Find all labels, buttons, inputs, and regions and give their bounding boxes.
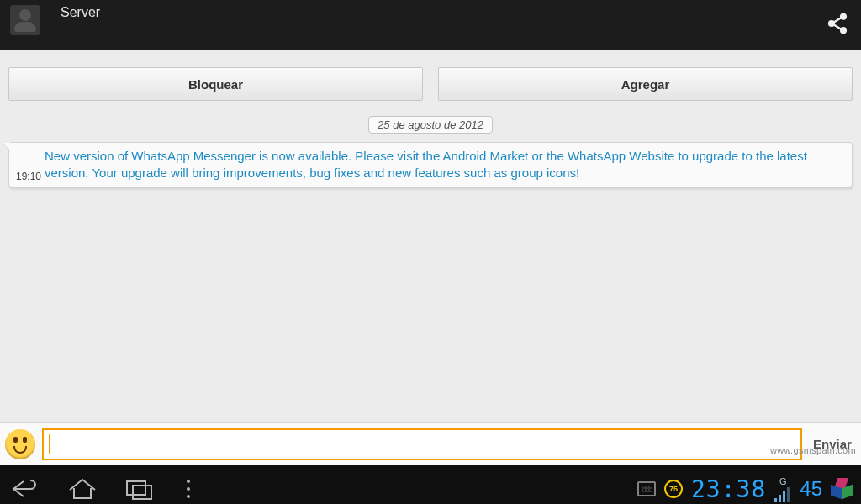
signal-icon	[774, 487, 791, 502]
message-text: New version of WhatsApp Messenger is now…	[45, 149, 807, 180]
battery-icon: 75	[664, 480, 683, 498]
block-button[interactable]: Bloquear	[8, 67, 423, 101]
system-navbar: 75 23:38 G 45	[0, 465, 861, 504]
overflow-menu-icon[interactable]	[180, 480, 197, 498]
home-icon[interactable]	[66, 476, 99, 501]
back-icon[interactable]	[8, 476, 42, 501]
svg-line-3	[833, 18, 841, 23]
network-type: G	[779, 476, 787, 486]
keyboard-icon[interactable]	[637, 481, 656, 496]
chat-area: Bloquear Agregar 25 de agosto de 2012 19…	[0, 50, 861, 465]
emoji-icon[interactable]	[5, 429, 35, 459]
chat-title: Server	[61, 5, 100, 20]
watermark: www.gsmspain.com	[770, 445, 856, 455]
avatar	[10, 5, 40, 35]
message-input-wrap[interactable]	[42, 428, 802, 460]
message-time: 19:10	[16, 171, 41, 182]
svg-line-4	[833, 24, 841, 29]
app-cube-icon[interactable]	[831, 478, 853, 500]
composer: Enviar	[0, 422, 861, 465]
svg-rect-6	[133, 486, 151, 499]
recent-apps-icon[interactable]	[123, 476, 156, 501]
app-titlebar: Server	[0, 0, 861, 42]
add-button[interactable]: Agregar	[438, 67, 853, 101]
message-bubble: 19:10 New version of WhatsApp Messenger …	[8, 142, 853, 188]
message-input[interactable]	[50, 430, 800, 459]
share-icon[interactable]	[826, 12, 849, 35]
signal-value: 45	[800, 477, 822, 501]
date-badge: 25 de agosto de 2012	[368, 116, 493, 134]
svg-rect-5	[127, 481, 145, 495]
clock: 23:38	[691, 475, 766, 503]
